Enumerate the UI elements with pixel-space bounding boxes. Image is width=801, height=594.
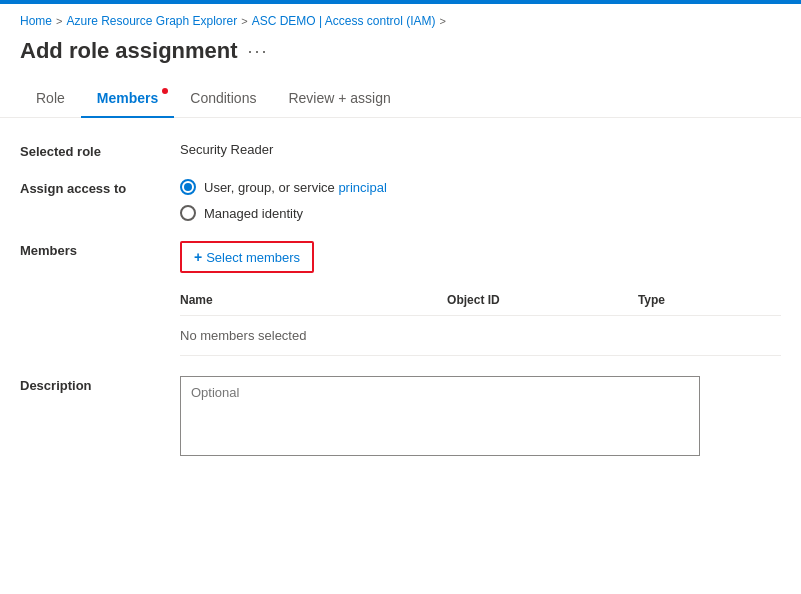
col-object-id: Object ID bbox=[447, 293, 638, 307]
breadcrumb-sep-2: > bbox=[241, 15, 247, 27]
table-empty-message: No members selected bbox=[180, 316, 781, 355]
breadcrumb-sep-3: > bbox=[439, 15, 445, 27]
members-table: Name Object ID Type No members selected bbox=[180, 293, 781, 356]
table-header: Name Object ID Type bbox=[180, 293, 781, 316]
breadcrumb-graph-explorer[interactable]: Azure Resource Graph Explorer bbox=[66, 14, 237, 28]
plus-icon: + bbox=[194, 249, 202, 265]
tab-conditions[interactable]: Conditions bbox=[174, 80, 272, 118]
content-area: Selected role Security Reader Assign acc… bbox=[0, 118, 801, 480]
col-name: Name bbox=[180, 293, 447, 307]
tabs-bar: Role Members Conditions Review + assign bbox=[0, 80, 801, 118]
assign-access-options: User, group, or service principal Manage… bbox=[180, 179, 387, 221]
radio-managed-identity-circle bbox=[180, 205, 196, 221]
col-type: Type bbox=[638, 293, 781, 307]
breadcrumb: Home > Azure Resource Graph Explorer > A… bbox=[0, 4, 801, 34]
page-title: Add role assignment bbox=[20, 38, 238, 64]
select-members-button[interactable]: + Select members bbox=[180, 241, 314, 273]
tab-role-label: Role bbox=[36, 90, 65, 106]
selected-role-label: Selected role bbox=[20, 142, 180, 159]
breadcrumb-sep-1: > bbox=[56, 15, 62, 27]
assign-access-label: Assign access to bbox=[20, 179, 180, 196]
members-row: Members + Select members bbox=[20, 241, 781, 273]
tab-conditions-label: Conditions bbox=[190, 90, 256, 106]
radio-user-group-circle bbox=[180, 179, 196, 195]
more-options-icon[interactable]: ··· bbox=[248, 41, 269, 62]
description-input[interactable] bbox=[180, 376, 700, 456]
selected-role-value: Security Reader bbox=[180, 142, 273, 157]
assign-access-row: Assign access to User, group, or service… bbox=[20, 179, 781, 221]
tab-review-assign-label: Review + assign bbox=[288, 90, 390, 106]
breadcrumb-home[interactable]: Home bbox=[20, 14, 52, 28]
tab-review-assign[interactable]: Review + assign bbox=[272, 80, 406, 118]
table-body: No members selected bbox=[180, 316, 781, 356]
radio-managed-identity[interactable]: Managed identity bbox=[180, 205, 387, 221]
members-dot bbox=[162, 88, 168, 94]
members-content: + Select members bbox=[180, 241, 314, 273]
radio-managed-identity-label: Managed identity bbox=[204, 206, 303, 221]
description-label: Description bbox=[20, 376, 180, 393]
breadcrumb-asc-demo[interactable]: ASC DEMO | Access control (IAM) bbox=[252, 14, 436, 28]
page-header: Add role assignment ··· bbox=[0, 34, 801, 80]
radio-user-group[interactable]: User, group, or service principal bbox=[180, 179, 387, 195]
selected-role-row: Selected role Security Reader bbox=[20, 142, 781, 159]
tab-role[interactable]: Role bbox=[20, 80, 81, 118]
tab-members[interactable]: Members bbox=[81, 80, 174, 118]
select-members-btn-label: Select members bbox=[206, 250, 300, 265]
members-label: Members bbox=[20, 241, 180, 258]
tab-members-label: Members bbox=[97, 90, 158, 106]
radio-user-group-label: User, group, or service principal bbox=[204, 180, 387, 195]
description-row: Description bbox=[20, 376, 781, 456]
